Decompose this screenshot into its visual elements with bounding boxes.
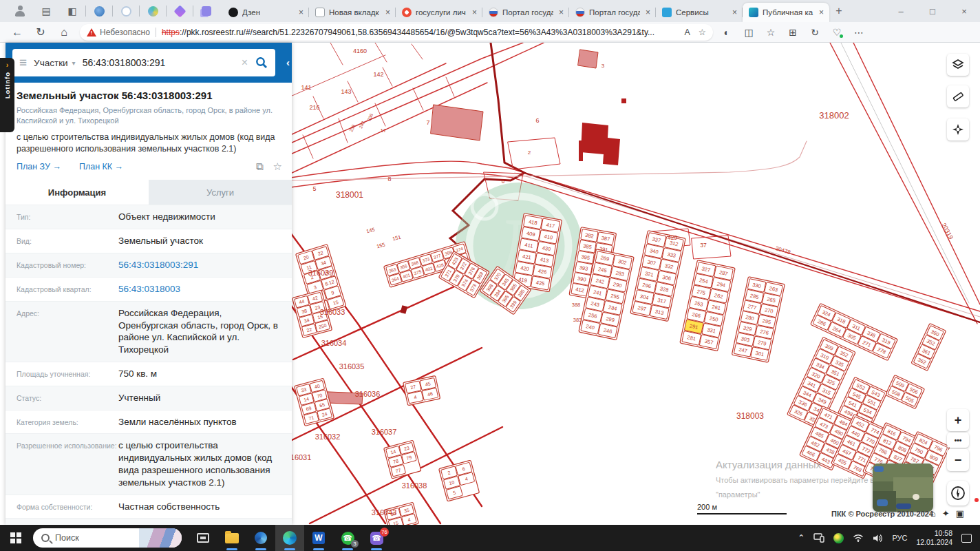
- history-icon[interactable]: ↻: [804, 23, 826, 42]
- favorites-icon[interactable]: ☆: [760, 23, 782, 42]
- split-screen-icon[interactable]: ◫: [738, 23, 760, 42]
- close-button[interactable]: ×: [948, 0, 980, 22]
- settings-icon[interactable]: ⋯: [848, 23, 870, 42]
- parcel-cluster[interactable]: 3340147069657124: [295, 378, 334, 426]
- pinned-icons: ▤◧: [0, 0, 220, 22]
- notification-center-icon[interactable]: [961, 534, 972, 543]
- parcel-cluster[interactable]: 3272872542942752622532612662502913312813…: [680, 260, 735, 351]
- locate-button[interactable]: [947, 118, 969, 141]
- minimap-preview[interactable]: [873, 464, 933, 512]
- search-icon[interactable]: [255, 56, 268, 70]
- url-text[interactable]: ://pkk.rosreestr.ru/#/search/51.22326707…: [180, 28, 677, 37]
- tab-Публичная ка[interactable]: Публичная ка×: [743, 3, 829, 22]
- parcel-cluster[interactable]: 2745446: [403, 375, 440, 405]
- tab-close-icon[interactable]: ×: [471, 8, 478, 17]
- favorite-star-icon[interactable]: ☆: [699, 27, 706, 37]
- parcel-cluster[interactable]: 3302632852652772702802953292763032792473…: [732, 277, 785, 363]
- lotinfo-side-tab[interactable]: › LotInfo: [0, 58, 14, 132]
- collections-icon[interactable]: ⊞: [782, 23, 804, 42]
- display-icon[interactable]: [813, 533, 824, 543]
- menu-icon[interactable]: ≡: [19, 55, 27, 70]
- layers-button[interactable]: [947, 54, 969, 76]
- start-button[interactable]: [0, 525, 32, 551]
- chevron-down-icon[interactable]: ▾: [72, 59, 76, 67]
- tab-Услуги[interactable]: Услуги: [149, 180, 292, 205]
- collapse-panel-icon[interactable]: ‹: [286, 56, 290, 68]
- back-button[interactable]: ←: [6, 23, 29, 42]
- tab-Дзен[interactable]: Дзен×: [222, 3, 309, 22]
- tray-chevron-icon[interactable]: ⌃: [798, 533, 805, 543]
- tab-close-icon[interactable]: ×: [818, 8, 825, 17]
- new-tab-button[interactable]: +: [829, 1, 849, 21]
- wifi-icon[interactable]: [853, 534, 864, 542]
- pinned-tab-apps[interactable]: [193, 0, 220, 22]
- pinned-tab-copilot[interactable]: [140, 0, 166, 22]
- tab-Информация[interactable]: Информация: [6, 180, 149, 205]
- browser-essentials-icon[interactable]: ♡: [826, 23, 848, 42]
- tab-госуслуги лич[interactable]: госуслуги лич×: [396, 3, 482, 22]
- sidebar-icon[interactable]: ◧: [59, 0, 85, 22]
- search-category-select[interactable]: Участки: [34, 58, 68, 68]
- avatar-icon[interactable]: [7, 0, 33, 22]
- tab-close-icon[interactable]: ×: [731, 8, 738, 17]
- word-icon: W: [312, 532, 325, 544]
- edge-taskbar-icon[interactable]: [275, 525, 304, 551]
- copilot-icon[interactable]: ◐: [716, 23, 738, 42]
- workspaces-icon[interactable]: ▤: [33, 0, 59, 22]
- viber-taskbar-icon[interactable]: ☎76: [362, 525, 391, 551]
- zoom-out-button[interactable]: −: [947, 449, 969, 471]
- maximize-button[interactable]: □: [917, 0, 948, 22]
- parcel-cluster[interactable]: 3373123403333073323213062963283043172973…: [630, 231, 685, 322]
- favorite-star-icon[interactable]: ☆: [273, 160, 282, 173]
- preview-icon[interactable]: ⧉: [256, 160, 264, 173]
- plan-link-0[interactable]: План ЗУ →: [17, 162, 61, 171]
- tab-close-icon[interactable]: ×: [384, 8, 392, 17]
- home-button[interactable]: ⌂: [52, 23, 76, 42]
- screenshot-icon[interactable]: ▣: [956, 508, 964, 519]
- zoom-in-button[interactable]: +: [947, 409, 969, 431]
- refresh-button[interactable]: ↻: [29, 23, 52, 42]
- center-icon[interactable]: ✦: [942, 508, 950, 519]
- home-icon[interactable]: ⌂: [930, 508, 936, 519]
- whatsapp-taskbar-icon[interactable]: ☎3: [333, 525, 362, 551]
- explorer-taskbar-icon[interactable]: [217, 525, 246, 551]
- zoom-options-button[interactable]: •••: [947, 433, 969, 448]
- photos-taskbar-icon[interactable]: [246, 525, 275, 551]
- pinned-tab-blue[interactable]: [86, 0, 112, 22]
- clock[interactable]: 10:58 12.01.2024: [916, 529, 952, 547]
- compass-button[interactable]: [947, 481, 969, 506]
- running-indicator: [313, 548, 324, 550]
- tab-close-icon[interactable]: ×: [297, 8, 305, 17]
- parcel-cluster[interactable]: 360352361362: [911, 323, 946, 371]
- plan-link-1[interactable]: План КК →: [79, 162, 123, 171]
- task-view-taskbar-icon[interactable]: [189, 525, 217, 551]
- security-warning-label[interactable]: Небезопасно: [100, 28, 150, 37]
- map-label: 318002: [819, 110, 849, 121]
- measure-ruler-button[interactable]: [947, 85, 969, 107]
- volume-icon[interactable]: [873, 534, 883, 543]
- tab-close-icon[interactable]: ×: [557, 8, 565, 17]
- pinned-tab-clock[interactable]: [113, 0, 139, 22]
- search-highlight-image[interactable]: [139, 528, 182, 548]
- read-aloud-icon[interactable]: A: [684, 28, 690, 37]
- tab-Портал госуда[interactable]: Портал госуда×: [482, 3, 569, 22]
- field-value[interactable]: 56:43:0318003:291: [118, 259, 282, 271]
- search-box[interactable]: ≡ Участки ▾ ×: [12, 49, 275, 76]
- clear-search-icon[interactable]: ×: [242, 56, 248, 69]
- parcel-cluster[interactable]: 509506508505: [886, 375, 925, 408]
- tab-close-icon[interactable]: ×: [644, 8, 652, 17]
- language-indicator[interactable]: РУС: [892, 534, 907, 542]
- search-input[interactable]: [83, 57, 242, 68]
- antivirus-icon[interactable]: [833, 533, 844, 543]
- tab-Портал госуда[interactable]: Портал госуда×: [569, 3, 656, 22]
- tray-date: 12.01.2024: [916, 538, 952, 547]
- address-bar[interactable]: Небезопасно https ://pkk.rosreestr.ru/#/…: [80, 24, 713, 41]
- taskbar-search[interactable]: Поиск: [33, 528, 182, 548]
- windows-logo-icon: [10, 532, 21, 543]
- tab-Новая вкладк[interactable]: Новая вкладк×: [309, 3, 396, 22]
- minimize-button[interactable]: –: [885, 0, 917, 22]
- word-taskbar-icon[interactable]: W: [304, 525, 333, 551]
- field-value[interactable]: 56:43:0318003: [118, 283, 282, 295]
- pinned-tab-gem[interactable]: [167, 0, 193, 22]
- tab-Сервисы[interactable]: Сервисы×: [656, 3, 743, 22]
